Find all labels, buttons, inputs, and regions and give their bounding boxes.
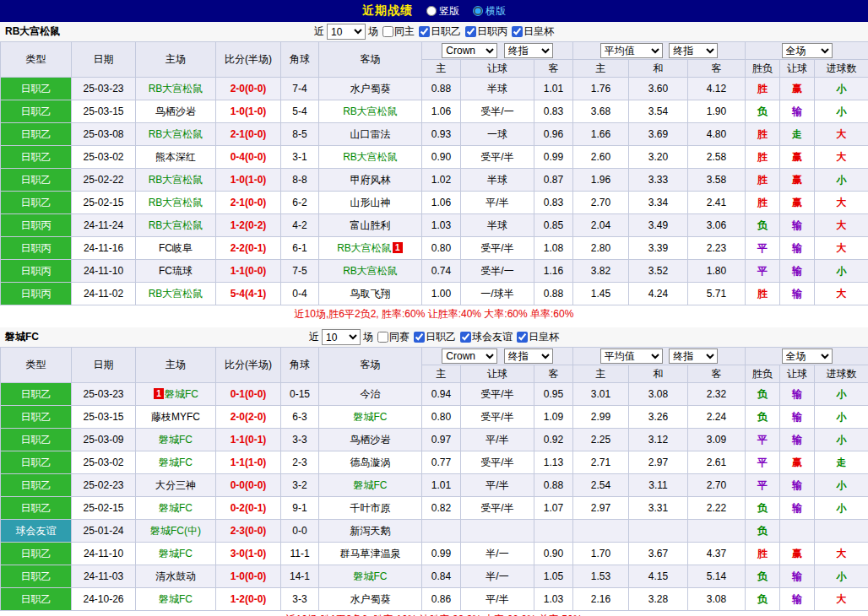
team-name[interactable]: 磐城FC — [159, 548, 193, 559]
team-section-2: 磐城FC 近 10 场 同赛 日职乙 球会友谊 日皇杯 类型 日期 主场 比分(… — [0, 327, 868, 616]
home-team-cell: 大分三神 — [136, 474, 216, 497]
match-scope-select[interactable]: 全场 — [782, 349, 833, 364]
team-name[interactable]: 磐城FC(中) — [150, 525, 201, 537]
handicap-cell: 受平/半 — [461, 497, 534, 520]
corner-cell: 7-5 — [281, 260, 319, 283]
score-cell: 1-2(0-2) — [216, 214, 281, 237]
average-select[interactable]: 平均值 — [600, 43, 663, 58]
team-name[interactable]: RB大宫松鼠 — [149, 219, 203, 231]
team-name[interactable]: 山形山神 — [350, 197, 391, 208]
team-name[interactable]: 今治 — [361, 388, 381, 400]
league-j2-checkbox[interactable] — [414, 332, 425, 343]
col-type: 类型 — [1, 348, 72, 383]
league-j2-checkbox[interactable] — [419, 26, 430, 37]
bookmaker-select[interactable]: Crown — [442, 43, 497, 58]
team-name[interactable]: 磐城FC — [159, 434, 193, 446]
team-name[interactable]: 甲府风林 — [350, 174, 391, 186]
handicap-cell: 受平/半 — [461, 451, 534, 474]
away-odds-cell: 1.09 — [534, 406, 573, 429]
team-name[interactable]: 群马草津温泉 — [340, 548, 401, 559]
team-name[interactable]: FC琉球 — [159, 265, 193, 277]
away-odds-cell: 0.87 — [534, 169, 573, 192]
average-stage-select[interactable]: 终指 — [669, 43, 718, 58]
games-label: 场 — [368, 24, 378, 39]
team-name[interactable]: 藤枝MYFC — [151, 411, 200, 423]
team-name[interactable]: 清水鼓动 — [155, 570, 196, 582]
team-name[interactable]: FC岐阜 — [159, 242, 193, 254]
team-name[interactable]: 鸟取飞翔 — [350, 288, 391, 300]
away-team-cell: 水户蜀葵 — [319, 78, 422, 100]
handicap-result-cell: 赢 — [780, 543, 815, 565]
same-home-filter[interactable]: 同主 — [382, 24, 415, 39]
team-name[interactable]: RB大宫松鼠 — [149, 174, 203, 186]
league-j3-filter[interactable]: 日职丙 — [465, 24, 507, 39]
team-name[interactable]: 大分三神 — [155, 479, 196, 491]
team-name[interactable]: 磐城FC — [165, 388, 198, 400]
club-friendly-checkbox[interactable] — [460, 332, 471, 343]
wdl-result-cell: 负 — [746, 588, 780, 611]
emperors-cup-filter[interactable]: 日皇杯 — [512, 24, 554, 39]
away-team-cell: 鸟栖沙岩 — [319, 429, 422, 451]
layout-horizontal-option[interactable]: 横版 — [473, 4, 506, 19]
match-count-select[interactable]: 10 — [322, 329, 361, 345]
league-j2-filter[interactable]: 日职乙 — [414, 330, 456, 344]
vertical-layout-radio[interactable] — [426, 6, 437, 16]
team-name[interactable]: 新泻天鹅 — [350, 525, 391, 537]
match-scope-select[interactable]: 全场 — [782, 43, 833, 58]
team-name[interactable]: 磐城FC — [354, 411, 388, 423]
goals-result-cell: 大 — [815, 192, 868, 214]
league-j2-filter[interactable]: 日职乙 — [419, 24, 461, 39]
team-name[interactable]: 磐城FC — [354, 479, 388, 491]
avg-home-cell: 1.53 — [573, 565, 629, 588]
team-name[interactable]: 磐城FC — [159, 457, 193, 468]
average-select[interactable]: 平均值 — [600, 349, 663, 364]
goals-result-cell: 大 — [815, 588, 868, 611]
bookmaker-stage-select[interactable]: 终指 — [504, 349, 553, 364]
team-name[interactable]: 熊本深红 — [155, 151, 196, 163]
same-competition-checkbox[interactable] — [377, 332, 388, 343]
match-count-select[interactable]: 10 — [327, 24, 366, 40]
team-name[interactable]: RB大宫松鼠 — [337, 242, 392, 254]
team-name[interactable]: RB大宫松鼠 — [149, 288, 203, 300]
same-competition-filter[interactable]: 同赛 — [377, 330, 410, 344]
team-name[interactable]: 千叶市原 — [350, 502, 391, 514]
bookmaker-stage-select[interactable]: 终指 — [504, 43, 553, 58]
team-name[interactable]: RB大宫松鼠 — [149, 128, 203, 140]
team-name[interactable]: 磐城FC — [354, 570, 388, 582]
emperors-cup-filter[interactable]: 日皇杯 — [517, 330, 559, 344]
average-stage-select[interactable]: 终指 — [669, 349, 718, 364]
team-name[interactable]: 磐城FC — [159, 593, 193, 605]
score-cell: 5-4(4-1) — [216, 283, 281, 305]
team-name[interactable]: 鸟栖沙岩 — [350, 434, 391, 446]
team-name[interactable]: RB大宫松鼠 — [149, 83, 203, 95]
horizontal-layout-radio[interactable] — [473, 6, 483, 16]
team-name[interactable]: 鸟栖沙岩 — [155, 105, 196, 117]
date-cell: 25-03-02 — [72, 146, 136, 169]
team-name[interactable]: RB大宫松鼠 — [343, 105, 398, 117]
wdl-result-cell: 平 — [746, 429, 780, 451]
header-group-row: 类型 日期 主场 比分(半场) 角球 客场 Crown 终指 平均值 终指 全场 — [1, 42, 868, 60]
team-name[interactable]: RB大宫松鼠 — [343, 151, 398, 163]
score-cell: 0-2(0-1) — [216, 497, 281, 520]
avg-away-cell: 2.61 — [688, 451, 746, 474]
home-odds-cell: 1.02 — [422, 169, 461, 192]
layout-vertical-option[interactable]: 竖版 — [426, 4, 459, 19]
goals-result-cell: 小 — [815, 78, 868, 100]
team-name[interactable]: 德岛漩涡 — [350, 457, 391, 468]
team-name[interactable]: 水户蜀葵 — [350, 593, 391, 605]
same-home-checkbox[interactable] — [382, 26, 393, 37]
league-j3-checkbox[interactable] — [465, 26, 476, 37]
club-friendly-filter[interactable]: 球会友谊 — [460, 330, 513, 344]
team-name[interactable]: 水户蜀葵 — [350, 83, 391, 95]
team-name[interactable]: 磐城FC — [159, 502, 193, 514]
date-cell: 24-11-16 — [72, 237, 136, 260]
team-name[interactable]: 山口雷法 — [350, 128, 391, 140]
team-name[interactable]: 富山胜利 — [350, 219, 391, 231]
wdl-result-cell: 胜 — [746, 543, 780, 565]
emperors-cup-checkbox[interactable] — [512, 26, 523, 37]
team-name[interactable]: RB大宫松鼠 — [343, 265, 398, 277]
bookmaker-select[interactable]: Crown — [442, 349, 497, 364]
emperors-cup-checkbox[interactable] — [517, 332, 528, 343]
team-filter-bar: 磐城FC 近 10 场 同赛 日职乙 球会友谊 日皇杯 — [0, 327, 868, 347]
team-name[interactable]: RB大宫松鼠 — [149, 197, 203, 208]
